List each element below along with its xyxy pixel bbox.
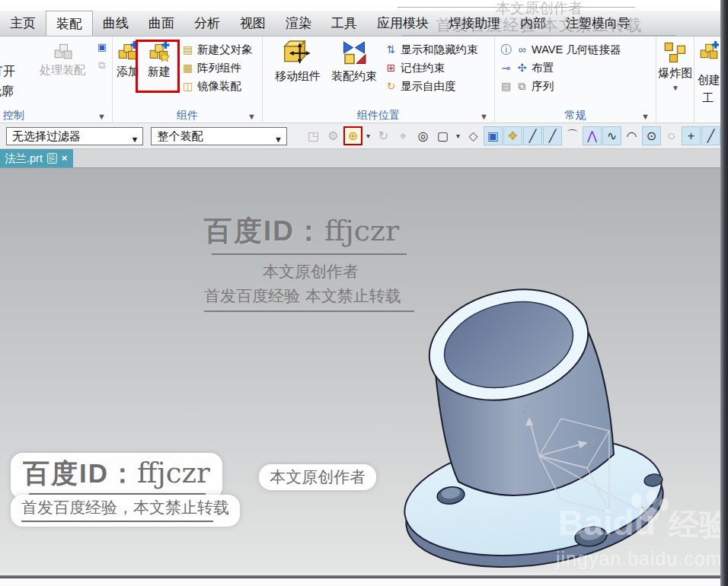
open-button-clipped[interactable]: 打开 bbox=[0, 64, 15, 80]
group-caret-icon[interactable]: ▼ bbox=[480, 110, 488, 123]
item-icon: ◫ bbox=[181, 80, 194, 93]
group-label-component-position: 组件位置 ▼ bbox=[263, 108, 494, 122]
assembly-constraints-icon bbox=[340, 40, 369, 67]
selection-bar: 无选择过滤器 ▼ 整个装配 ▼ ◳ ⚙ ⊕ ▾ ↻ ⌖ ◎ ▢ bbox=[0, 123, 720, 149]
snap-point-toolbar: ◳ ⚙ ⊕ ▾ ↻ ⌖ ◎ ▢ ▾ ◇ ▣ ❖ bbox=[304, 126, 720, 145]
modified-doc-icon: ⎘ bbox=[47, 153, 57, 164]
show-hide-constraints-item[interactable]: ⇅ 显示和隐藏约束 bbox=[385, 40, 478, 59]
group-label-general: 常规 ▼ bbox=[495, 108, 656, 122]
exploded-view-icon bbox=[664, 41, 687, 64]
group-caret-icon[interactable]: ▼ bbox=[247, 110, 256, 123]
item-icon: ⇅ bbox=[385, 43, 398, 56]
chevron-down-icon: ▼ bbox=[131, 131, 139, 148]
point-on-curve-icon[interactable]: ◎ bbox=[413, 126, 433, 145]
exploded-view-button[interactable]: 爆炸图 ▼ bbox=[659, 41, 691, 92]
item-icon: ⊞ bbox=[385, 62, 398, 75]
explode-caret-icon[interactable]: ▼ bbox=[672, 84, 679, 92]
circle-point-icon[interactable]: ◌ bbox=[662, 126, 681, 145]
rotate-point-icon[interactable]: ↻ bbox=[374, 126, 393, 145]
view-orient-cube-icon[interactable]: ◇ bbox=[464, 126, 483, 145]
menu-tab[interactable]: 应用模块 bbox=[367, 11, 439, 36]
item-icon: ⓘ bbox=[500, 43, 512, 56]
item-icon: ▤ bbox=[181, 43, 194, 56]
snap-point-toggle-icon[interactable]: ⊕ bbox=[343, 126, 362, 145]
quadrant-point-icon[interactable]: ◠ bbox=[622, 126, 641, 145]
menu-tab[interactable]: 注塑模向导 bbox=[556, 11, 640, 36]
menu-tab[interactable]: 装配 bbox=[46, 11, 93, 36]
menu-tab[interactable]: 分析 bbox=[184, 11, 230, 36]
menu-tab[interactable]: 焊接助理 bbox=[439, 11, 510, 36]
item-icon: ▤ bbox=[500, 80, 512, 93]
selection-scope-select[interactable]: 整个装配 ▼ bbox=[151, 127, 287, 145]
ribbon: 打开 轮廓 处理装配 ▣ ⧉ 控制 ▼ 添加 新建 bbox=[0, 37, 720, 123]
menu-tab[interactable]: 主页 bbox=[0, 11, 46, 36]
menu-tab[interactable]: 内部 bbox=[510, 11, 556, 36]
group-control: 打开 轮廓 处理装配 ▣ ⧉ 控制 ▼ bbox=[0, 37, 113, 123]
group-component-position: 移动组件 装配约束 ⇅ 显示和隐藏约束 ⊞ 记住约束 bbox=[263, 37, 495, 123]
ribbon-tab-bar: 主页 装配 曲线 曲面 分析 视图 渲染 工具 应用模块 焊接助理 内部 注塑模… bbox=[0, 11, 720, 37]
group-general: ⓘ ∞ WAVE 几何链接器 ⊸ ✣ 布置 ▤ ⧉ 序列 bbox=[495, 37, 656, 123]
tangent-curve-icon[interactable]: ⌒ bbox=[563, 126, 582, 145]
move-component-button[interactable]: 移动组件 bbox=[270, 40, 325, 84]
group-explode: 爆炸图 ▼ bbox=[656, 37, 694, 123]
create-button-clipped-line2: 工 bbox=[702, 91, 714, 106]
process-assembly-button[interactable]: 处理装配 bbox=[29, 41, 96, 78]
arrangements-item[interactable]: ⊸ ✣ 布置 bbox=[500, 59, 621, 77]
window-bottom-edge bbox=[0, 572, 728, 586]
rectangle-marquee-icon[interactable]: ▢ bbox=[433, 126, 452, 145]
chevron-down-icon: ▼ bbox=[274, 131, 283, 148]
axis-y-label: Y bbox=[589, 436, 596, 447]
graphics-viewport[interactable]: Z Y X Baidu 经验 jingyan.baidu.com 百度ID： bbox=[0, 167, 720, 572]
menu-tab[interactable]: 视图 bbox=[230, 11, 276, 36]
mid-point-icon[interactable]: ╱ bbox=[543, 126, 562, 145]
new-component-button[interactable]: 新建 bbox=[142, 41, 177, 79]
pole-point-icon[interactable]: ⋀ bbox=[583, 126, 602, 145]
outline-button-clipped[interactable]: 轮廓 bbox=[0, 84, 14, 100]
item-icon: ↻ bbox=[385, 80, 398, 93]
remember-constraints-item[interactable]: ⊞ 记住约束 bbox=[385, 59, 478, 77]
spline-point-icon[interactable]: ∿ bbox=[602, 126, 621, 145]
group-components: 添加 新建 ▤ 新建父对象 ▦ 阵列组件 bbox=[113, 37, 263, 123]
selection-filter-select[interactable]: 无选择过滤器 ▼ bbox=[6, 127, 143, 145]
part-tab-bar: 法兰.prt ⎘ × bbox=[0, 149, 720, 167]
item-icon-2: ∞ bbox=[516, 43, 528, 56]
menu-tab[interactable]: 渲染 bbox=[276, 11, 321, 36]
marquee-caret-icon[interactable]: ▾ bbox=[453, 126, 463, 145]
add-cubes-icon bbox=[117, 41, 139, 62]
constraint-snap-icon[interactable]: ⌖ bbox=[394, 126, 413, 145]
selection-filter-wrench-icon[interactable]: ⚙ bbox=[324, 126, 343, 145]
item-icon: ⊸ bbox=[500, 62, 512, 75]
svg-text:Baidu: Baidu bbox=[558, 503, 656, 543]
group-caret-icon[interactable]: ▼ bbox=[97, 110, 106, 123]
end-point-icon[interactable]: ╱ bbox=[523, 126, 542, 145]
flange-3d-model: Z Y X Baidu 经验 jingyan.baidu.com bbox=[0, 168, 720, 572]
mirror-assembly-item[interactable]: ◫ 镜像装配 bbox=[181, 77, 253, 95]
add-component-button[interactable]: 添加 bbox=[114, 41, 142, 79]
arc-center-icon[interactable]: ⊙ bbox=[642, 126, 661, 145]
intersection-point-icon[interactable]: + bbox=[682, 126, 701, 145]
menu-tab[interactable]: 工具 bbox=[321, 11, 367, 36]
create-button-clipped[interactable]: 创建 bbox=[698, 73, 720, 88]
watermark-fragment-line bbox=[398, 7, 635, 8]
group-clipped-right: 创建 工 bbox=[694, 37, 720, 123]
part-tab-label: 法兰.prt bbox=[5, 149, 43, 167]
assembly-constraints-button[interactable]: 装配约束 bbox=[327, 40, 382, 84]
save-context-icon[interactable]: ▣ bbox=[96, 41, 108, 53]
show-degrees-of-freedom-item[interactable]: ↻ 显示自由度 bbox=[385, 77, 478, 95]
application-window: 本文原创作者 首发百度经验 本文禁止转载 主页 装配 曲线 曲面 分析 视图 渲… bbox=[0, 0, 728, 586]
bounding-volume-icon[interactable]: ▣ bbox=[484, 126, 503, 145]
existing-point-icon[interactable]: ╱ bbox=[701, 126, 720, 145]
wave-geometry-linker-item[interactable]: ⓘ ∞ WAVE 几何链接器 bbox=[500, 40, 621, 59]
interpart-selection-icon[interactable]: ◳ bbox=[304, 126, 323, 145]
new-parent-item[interactable]: ▤ 新建父对象 bbox=[181, 40, 253, 59]
sequence-item[interactable]: ▤ ⧉ 序列 bbox=[500, 77, 621, 95]
pattern-component-item[interactable]: ▦ 阵列组件 bbox=[181, 59, 253, 77]
close-icon[interactable]: × bbox=[62, 149, 68, 167]
snap-point-caret-icon[interactable]: ▾ bbox=[363, 126, 373, 145]
menu-tab[interactable]: 曲线 bbox=[93, 11, 139, 36]
move-component-icon bbox=[283, 40, 313, 67]
part-tab[interactable]: 法兰.prt ⎘ × bbox=[0, 149, 73, 167]
menu-tab[interactable]: 曲面 bbox=[139, 11, 184, 36]
dynamic-point-icon[interactable]: ❖ bbox=[503, 126, 522, 145]
group-caret-icon[interactable]: ▼ bbox=[641, 110, 650, 123]
